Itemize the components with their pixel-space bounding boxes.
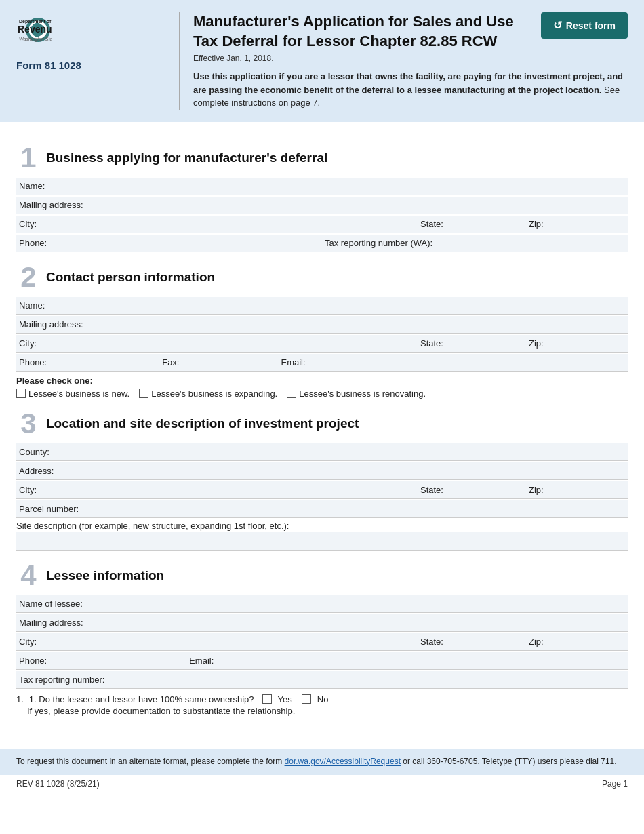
s4-state-input[interactable] xyxy=(447,635,526,649)
s1-city-input[interactable] xyxy=(41,217,418,231)
footer-link[interactable]: dor.wa.gov/AccessibilityRequest xyxy=(285,757,401,766)
s2-email-label: Email: xyxy=(279,355,310,370)
s1-mailing-input[interactable] xyxy=(87,198,628,212)
s3-county-label: County: xyxy=(16,445,54,459)
s1-zip-part: Zip: xyxy=(526,217,628,231)
checkbox-renovating[interactable] xyxy=(287,389,296,398)
s1-phone-tax-row: Phone: Tax reporting number (WA): xyxy=(16,235,628,252)
main-content: 1 Business applying for manufacturer's d… xyxy=(0,122,644,738)
revenue-logo-icon: Department of Revenue Washington State xyxy=(16,12,52,47)
footer-text2: or call 360-705-6705. Teletype (TTY) use… xyxy=(401,757,617,766)
section-2: 2 Contact person information Name: Maili… xyxy=(16,263,628,399)
s4-tax-input[interactable] xyxy=(108,673,628,687)
s1-tax-part: Tax reporting number (WA): xyxy=(322,236,628,250)
s1-state-input[interactable] xyxy=(447,217,526,231)
header-band: Department of Revenue Washington State F… xyxy=(0,0,644,122)
section-4-heading: 4 Lessee information xyxy=(16,561,628,590)
s3-city-state-zip-row: City: State: Zip: xyxy=(16,481,628,499)
checkbox-item-1[interactable]: Lessee's business is new. xyxy=(16,389,129,399)
section-1-number: 1 xyxy=(16,144,41,172)
s4-state-part: State: xyxy=(418,635,526,649)
s1-name-label: Name: xyxy=(16,179,49,193)
checkbox-item-2[interactable]: Lessee's business is expanding. xyxy=(139,389,277,399)
s1-zip-label: Zip: xyxy=(526,217,548,231)
s1-tax-label: Tax reporting number (WA): xyxy=(322,236,437,250)
s4-mailing-row: Mailing address: xyxy=(16,614,628,632)
s2-name-label: Name: xyxy=(16,298,49,313)
s2-email-input[interactable] xyxy=(310,355,628,370)
s3-city-input[interactable] xyxy=(41,483,418,497)
s1-tax-input[interactable] xyxy=(437,236,628,250)
s1-mailing-row: Mailing address: xyxy=(16,197,628,214)
footer-text1: To request this document in an alternate… xyxy=(16,757,285,766)
s3-address-input[interactable] xyxy=(58,464,628,478)
s4-question-1: 1. 1. Do the lessee and lessor have 100%… xyxy=(16,694,628,716)
form-number: Form 81 1028 xyxy=(16,60,165,71)
reset-btn-label: Reset form xyxy=(566,20,616,31)
footer-rev-label: REV 81 1028 (8/25/21) xyxy=(16,779,100,789)
section-1-heading: 1 Business applying for manufacturer's d… xyxy=(16,144,628,172)
s1-state-part: State: xyxy=(418,217,526,231)
s2-zip-input[interactable] xyxy=(548,336,628,351)
s4-q1-num: 1. xyxy=(16,694,24,704)
s1-zip-input[interactable] xyxy=(548,217,628,231)
s4-name-lessee-label: Name of lessee: xyxy=(16,597,87,611)
description-text: Use this application if you are a lessor… xyxy=(193,70,628,110)
s3-state-label: State: xyxy=(418,483,447,497)
s3-parcel-label: Parcel number: xyxy=(16,502,83,516)
title-reset-row: Manufacturer's Application for Sales and… xyxy=(193,12,628,51)
s2-city-input[interactable] xyxy=(41,336,418,351)
s3-state-part: State: xyxy=(418,483,526,497)
s4-state-label: State: xyxy=(418,635,447,649)
s4-email-input[interactable] xyxy=(218,654,628,668)
s2-name-input[interactable] xyxy=(49,298,628,313)
s2-state-input[interactable] xyxy=(447,336,526,351)
s4-q1-row: 1. 1. Do the lessee and lessor have 100%… xyxy=(16,694,628,704)
checkbox-expanding[interactable] xyxy=(139,389,148,398)
s4-mailing-input[interactable] xyxy=(87,616,628,630)
header-divider xyxy=(179,12,180,110)
section-2-title: Contact person information xyxy=(46,270,215,285)
s1-phone-part: Phone: xyxy=(16,236,322,250)
checkbox-new[interactable] xyxy=(16,389,26,398)
s1-city-label: City: xyxy=(16,217,41,231)
s1-name-input[interactable] xyxy=(49,179,628,193)
s1-mailing-label: Mailing address: xyxy=(16,198,87,212)
s3-parcel-row: Parcel number: xyxy=(16,500,628,518)
s3-zip-part: Zip: xyxy=(526,483,628,497)
s3-zip-input[interactable] xyxy=(548,483,628,497)
section-1-title: Business applying for manufacturer's def… xyxy=(46,151,327,165)
s3-county-input[interactable] xyxy=(54,445,628,458)
s4-phone-input[interactable] xyxy=(51,654,186,668)
s3-site-desc-input[interactable] xyxy=(16,532,628,550)
s4-zip-input[interactable] xyxy=(548,635,628,649)
s1-phone-input[interactable] xyxy=(51,236,322,250)
section-3-title: Location and site description of investm… xyxy=(46,416,359,431)
footer-page-label: Page 1 xyxy=(602,779,628,789)
logo-area: Department of Revenue Washington State xyxy=(16,12,165,47)
main-title: Manufacturer's Application for Sales and… xyxy=(193,12,541,51)
s3-city-label: City: xyxy=(16,483,41,497)
s4-tax-row: Tax reporting number: xyxy=(16,671,628,689)
s4-city-input[interactable] xyxy=(41,635,418,649)
s4-name-lessee-input[interactable] xyxy=(87,597,628,611)
section-1: 1 Business applying for manufacturer's d… xyxy=(16,144,628,252)
s3-state-input[interactable] xyxy=(447,483,526,497)
s2-phone-input[interactable] xyxy=(51,355,159,370)
checkbox-yes[interactable] xyxy=(262,694,272,704)
s2-mailing-input[interactable] xyxy=(87,317,628,332)
checkbox-row: Lessee's business is new. Lessee's busin… xyxy=(16,389,628,399)
s3-parcel-input[interactable] xyxy=(83,502,628,515)
s3-site-desc-label: Site description (for example, new struc… xyxy=(16,521,628,531)
s2-city-state-zip-row: City: State: Zip: xyxy=(16,335,628,353)
checkbox-expanding-label: Lessee's business is expanding. xyxy=(151,389,277,399)
svg-text:Revenue: Revenue xyxy=(18,24,52,35)
reset-form-button[interactable]: ↺ Reset form xyxy=(541,12,628,39)
s2-fax-input[interactable] xyxy=(184,355,279,370)
checkbox-item-3[interactable]: Lessee's business is renovating. xyxy=(287,389,426,399)
s2-name-row: Name: xyxy=(16,297,628,315)
s1-city-state-zip-row: City: State: Zip: xyxy=(16,216,628,233)
footer-band: To request this document in an alternate… xyxy=(0,749,644,775)
s4-email-label: Email: xyxy=(186,654,218,668)
checkbox-no[interactable] xyxy=(302,694,311,704)
